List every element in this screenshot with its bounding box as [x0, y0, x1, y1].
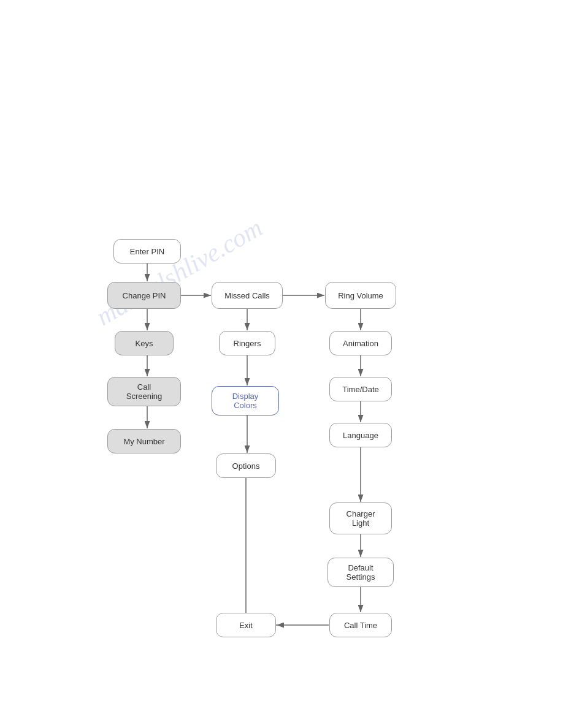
node-animation: Animation — [329, 331, 392, 355]
diagram-container: manualshlive.com — [0, 0, 563, 728]
node-missed-calls: Missed Calls — [212, 282, 283, 309]
node-call-time: Call Time — [329, 613, 392, 637]
node-language: Language — [329, 423, 392, 447]
node-call-screening: CallScreening — [107, 377, 181, 406]
node-display-colors: DisplayColors — [212, 386, 279, 415]
node-change-pin: Change PIN — [107, 282, 181, 309]
node-charger-light: ChargerLight — [329, 502, 392, 534]
node-time-date: Time/Date — [329, 377, 392, 401]
node-exit: Exit — [216, 613, 276, 637]
node-keys: Keys — [115, 331, 174, 355]
node-ringers: Ringers — [219, 331, 275, 355]
node-my-number: My Number — [107, 429, 181, 453]
node-options: Options — [216, 453, 276, 478]
node-enter-pin: Enter PIN — [113, 239, 181, 264]
node-default-settings: DefaultSettings — [327, 558, 394, 587]
diagram-svg — [0, 0, 563, 728]
node-ring-volume: Ring Volume — [325, 282, 396, 309]
